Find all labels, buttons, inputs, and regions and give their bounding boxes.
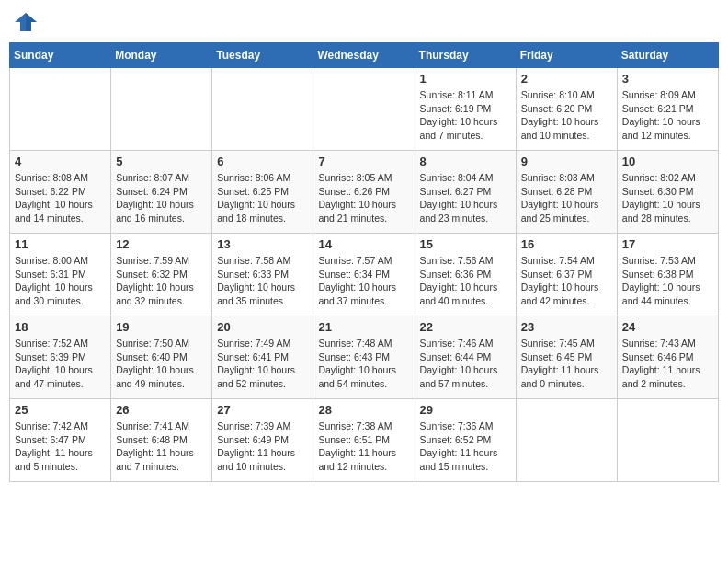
calendar-cell: 20Sunrise: 7:49 AM Sunset: 6:41 PM Dayli… [212,316,313,399]
weekday-header-friday: Friday [516,43,617,68]
weekday-header-tuesday: Tuesday [212,43,313,68]
day-info: Sunrise: 7:46 AM Sunset: 6:44 PM Dayligh… [420,337,511,391]
day-info: Sunrise: 8:10 AM Sunset: 6:20 PM Dayligh… [521,88,612,143]
calendar-cell: 28Sunrise: 7:38 AM Sunset: 6:51 PM Dayli… [313,399,415,482]
day-info: Sunrise: 7:45 AM Sunset: 6:45 PM Dayligh… [521,337,612,391]
day-number: 3 [622,72,713,86]
calendar-cell [111,68,212,151]
day-number: 5 [116,155,207,168]
calendar-cell: 24Sunrise: 7:43 AM Sunset: 6:46 PM Dayli… [617,316,718,399]
week-row-4: 18Sunrise: 7:52 AM Sunset: 6:39 PM Dayli… [10,316,719,399]
day-info: Sunrise: 7:58 AM Sunset: 6:33 PM Dayligh… [217,254,308,308]
day-info: Sunrise: 8:02 AM Sunset: 6:30 PM Dayligh… [622,171,713,225]
day-info: Sunrise: 8:09 AM Sunset: 6:21 PM Dayligh… [622,88,713,143]
weekday-header-thursday: Thursday [415,43,516,68]
day-number: 2 [521,72,612,86]
logo [13,9,42,35]
day-number: 11 [15,237,106,251]
calendar-cell [212,68,313,151]
day-number: 12 [116,237,207,251]
day-number: 26 [116,403,207,417]
day-info: Sunrise: 8:04 AM Sunset: 6:27 PM Dayligh… [420,171,511,225]
calendar-cell: 8Sunrise: 8:04 AM Sunset: 6:27 PM Daylig… [415,151,516,234]
day-number: 18 [15,320,106,334]
day-number: 7 [318,155,409,168]
day-info: Sunrise: 7:56 AM Sunset: 6:36 PM Dayligh… [420,254,511,308]
day-info: Sunrise: 7:41 AM Sunset: 6:48 PM Dayligh… [116,419,207,474]
calendar-cell: 3Sunrise: 8:09 AM Sunset: 6:21 PM Daylig… [617,68,718,151]
calendar-cell: 19Sunrise: 7:50 AM Sunset: 6:40 PM Dayli… [111,316,212,399]
weekday-header-sunday: Sunday [10,43,111,68]
page-header [9,9,719,35]
week-row-3: 11Sunrise: 8:00 AM Sunset: 6:31 PM Dayli… [10,234,719,316]
day-number: 28 [318,403,409,417]
logo-icon [13,9,39,35]
calendar-cell: 22Sunrise: 7:46 AM Sunset: 6:44 PM Dayli… [415,316,516,399]
day-number: 25 [15,403,106,417]
calendar-cell [313,68,415,151]
calendar-cell: 2Sunrise: 8:10 AM Sunset: 6:20 PM Daylig… [516,68,617,151]
day-number: 23 [521,320,612,334]
calendar-table: SundayMondayTuesdayWednesdayThursdayFrid… [9,42,719,482]
calendar-cell [617,399,718,482]
day-info: Sunrise: 7:38 AM Sunset: 6:51 PM Dayligh… [318,419,409,474]
calendar-cell: 7Sunrise: 8:05 AM Sunset: 6:26 PM Daylig… [313,151,415,234]
day-number: 21 [318,320,409,334]
day-info: Sunrise: 7:42 AM Sunset: 6:47 PM Dayligh… [15,419,106,474]
day-info: Sunrise: 8:05 AM Sunset: 6:26 PM Dayligh… [318,171,409,225]
calendar-cell: 12Sunrise: 7:59 AM Sunset: 6:32 PM Dayli… [111,234,212,316]
day-number: 8 [420,155,511,168]
weekday-header-saturday: Saturday [617,43,718,68]
week-row-1: 1Sunrise: 8:11 AM Sunset: 6:19 PM Daylig… [10,68,719,151]
day-number: 6 [217,155,308,168]
day-number: 20 [217,320,308,334]
calendar-cell: 17Sunrise: 7:53 AM Sunset: 6:38 PM Dayli… [617,234,718,316]
day-number: 14 [318,237,409,251]
calendar-cell: 11Sunrise: 8:00 AM Sunset: 6:31 PM Dayli… [10,234,111,316]
weekday-header-monday: Monday [111,43,212,68]
calendar-cell: 13Sunrise: 7:58 AM Sunset: 6:33 PM Dayli… [212,234,313,316]
calendar-cell: 26Sunrise: 7:41 AM Sunset: 6:48 PM Dayli… [111,399,212,482]
calendar-cell: 21Sunrise: 7:48 AM Sunset: 6:43 PM Dayli… [313,316,415,399]
calendar-cell: 1Sunrise: 8:11 AM Sunset: 6:19 PM Daylig… [415,68,516,151]
day-info: Sunrise: 8:00 AM Sunset: 6:31 PM Dayligh… [15,254,106,308]
day-info: Sunrise: 7:36 AM Sunset: 6:52 PM Dayligh… [420,419,511,474]
day-number: 4 [15,155,106,168]
calendar-cell: 10Sunrise: 8:02 AM Sunset: 6:30 PM Dayli… [617,151,718,234]
calendar-cell: 23Sunrise: 7:45 AM Sunset: 6:45 PM Dayli… [516,316,617,399]
day-info: Sunrise: 8:07 AM Sunset: 6:24 PM Dayligh… [116,171,207,225]
day-info: Sunrise: 8:11 AM Sunset: 6:19 PM Dayligh… [420,88,511,143]
day-info: Sunrise: 7:48 AM Sunset: 6:43 PM Dayligh… [318,337,409,391]
calendar-cell: 18Sunrise: 7:52 AM Sunset: 6:39 PM Dayli… [10,316,111,399]
day-number: 15 [420,237,511,251]
day-info: Sunrise: 7:52 AM Sunset: 6:39 PM Dayligh… [15,337,106,391]
day-info: Sunrise: 7:57 AM Sunset: 6:34 PM Dayligh… [318,254,409,308]
day-info: Sunrise: 8:06 AM Sunset: 6:25 PM Dayligh… [217,171,308,225]
calendar-cell [516,399,617,482]
day-number: 19 [116,320,207,334]
day-number: 17 [622,237,713,251]
calendar-cell: 5Sunrise: 8:07 AM Sunset: 6:24 PM Daylig… [111,151,212,234]
day-info: Sunrise: 7:39 AM Sunset: 6:49 PM Dayligh… [217,419,308,474]
calendar-cell: 25Sunrise: 7:42 AM Sunset: 6:47 PM Dayli… [10,399,111,482]
calendar-cell: 16Sunrise: 7:54 AM Sunset: 6:37 PM Dayli… [516,234,617,316]
calendar-cell: 27Sunrise: 7:39 AM Sunset: 6:49 PM Dayli… [212,399,313,482]
day-info: Sunrise: 7:59 AM Sunset: 6:32 PM Dayligh… [116,254,207,308]
day-info: Sunrise: 7:49 AM Sunset: 6:41 PM Dayligh… [217,337,308,391]
calendar-cell: 9Sunrise: 8:03 AM Sunset: 6:28 PM Daylig… [516,151,617,234]
day-number: 10 [622,155,713,168]
day-number: 1 [420,72,511,86]
day-info: Sunrise: 8:08 AM Sunset: 6:22 PM Dayligh… [15,171,106,225]
day-info: Sunrise: 7:53 AM Sunset: 6:38 PM Dayligh… [622,254,713,308]
weekday-header-row: SundayMondayTuesdayWednesdayThursdayFrid… [10,43,719,68]
calendar-cell: 6Sunrise: 8:06 AM Sunset: 6:25 PM Daylig… [212,151,313,234]
day-info: Sunrise: 7:43 AM Sunset: 6:46 PM Dayligh… [622,337,713,391]
week-row-5: 25Sunrise: 7:42 AM Sunset: 6:47 PM Dayli… [10,399,719,482]
calendar-cell: 14Sunrise: 7:57 AM Sunset: 6:34 PM Dayli… [313,234,415,316]
day-number: 27 [217,403,308,417]
day-number: 13 [217,237,308,251]
day-info: Sunrise: 7:50 AM Sunset: 6:40 PM Dayligh… [116,337,207,391]
day-number: 24 [622,320,713,334]
calendar-cell: 4Sunrise: 8:08 AM Sunset: 6:22 PM Daylig… [10,151,111,234]
day-number: 22 [420,320,511,334]
